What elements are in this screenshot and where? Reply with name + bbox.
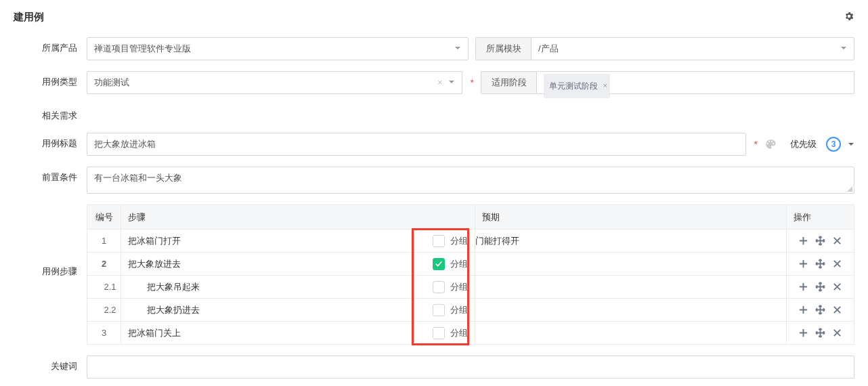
group-checkbox[interactable] (433, 235, 445, 247)
step-desc-cell[interactable]: 把冰箱门打开 分组 (121, 230, 475, 253)
module-select[interactable]: /产品 (531, 37, 854, 60)
label-steps: 用例步骤 (14, 205, 87, 278)
clear-icon[interactable]: × (437, 72, 443, 93)
col-num: 编号 (87, 205, 121, 230)
move-step-icon[interactable] (815, 328, 825, 338)
steps-table: 编号 步骤 预期 操作 1 把冰箱门打开 分组 门能打得开 2 把大象放进去 (87, 205, 854, 345)
move-step-icon[interactable] (815, 282, 825, 292)
group-label: 分组 (450, 235, 468, 247)
step-expected[interactable] (475, 276, 787, 299)
gear-icon[interactable] (844, 11, 854, 24)
label-case-type: 用例类型 (14, 71, 87, 88)
priority-badge[interactable]: 3 (826, 137, 841, 152)
label-stage: 适用阶段 (481, 71, 536, 94)
step-num: 2 (87, 253, 121, 276)
keywords-input[interactable] (87, 356, 854, 379)
group-checkbox[interactable] (433, 281, 445, 293)
product-select[interactable]: 禅道项目管理软件专业版 (87, 37, 469, 60)
table-row: 2 把大象放进去 分组 (87, 253, 854, 276)
label-case-title: 用例标题 (14, 133, 87, 150)
delete-step-icon[interactable] (832, 328, 842, 338)
delete-step-icon[interactable] (832, 236, 842, 246)
step-num: 2.2 (87, 299, 121, 322)
palette-icon[interactable] (764, 138, 777, 150)
step-desc-cell[interactable]: 把大象放进去 分组 (121, 253, 475, 276)
move-step-icon[interactable] (815, 236, 825, 246)
table-row: 2.2 把大象扔进去 分组 (87, 299, 854, 322)
stage-tag[interactable]: 单元测试阶段 × (544, 74, 610, 98)
step-expected[interactable] (475, 299, 787, 322)
label-keywords: 关键词 (14, 356, 87, 372)
case-type-select[interactable]: 功能测试 × (87, 71, 462, 94)
add-step-icon[interactable] (798, 259, 808, 269)
precondition-value: 有一台冰箱和一头大象 (94, 173, 182, 183)
delete-step-icon[interactable] (832, 305, 842, 315)
required-star: * (754, 139, 758, 150)
table-row: 1 把冰箱门打开 分组 门能打得开 (87, 230, 854, 253)
product-value: 禅道项目管理软件专业版 (94, 43, 191, 53)
table-row: 3 把冰箱门关上 分组 (87, 322, 854, 345)
module-value: /产品 (538, 43, 559, 53)
step-desc: 把冰箱门关上 (128, 327, 181, 339)
stage-tag-text: 单元测试阶段 (549, 81, 598, 91)
title-input[interactable]: 把大象放进冰箱 (87, 133, 746, 156)
move-step-icon[interactable] (815, 305, 825, 315)
col-step: 步骤 (121, 205, 475, 230)
step-expected[interactable] (475, 322, 787, 345)
group-label: 分组 (450, 258, 468, 270)
case-type-value: 功能测试 (94, 77, 129, 87)
group-checkbox[interactable] (433, 258, 445, 270)
page-title: 建用例 (14, 11, 44, 24)
add-step-icon[interactable] (798, 282, 808, 292)
step-num: 3 (87, 322, 121, 345)
caret-down-icon (448, 72, 455, 93)
delete-step-icon[interactable] (832, 259, 842, 269)
step-expected[interactable] (475, 253, 787, 276)
col-expected: 预期 (475, 205, 787, 230)
stage-select[interactable]: 单元测试阶段 × (536, 71, 854, 94)
label-precondition: 前置条件 (14, 167, 87, 184)
caret-down-icon[interactable] (848, 140, 854, 150)
required-star: * (471, 77, 474, 88)
step-actions (787, 299, 854, 322)
step-num: 1 (87, 230, 121, 253)
close-icon[interactable]: × (603, 74, 607, 96)
label-priority: 优先级 (790, 138, 817, 150)
add-step-icon[interactable] (798, 236, 808, 246)
group-label: 分组 (450, 327, 468, 339)
delete-step-icon[interactable] (832, 282, 842, 292)
add-step-icon[interactable] (798, 328, 808, 338)
step-desc: 把大象吊起来 (128, 281, 200, 293)
step-desc-cell[interactable]: 把大象扔进去 分组 (121, 299, 475, 322)
label-product: 所属产品 (14, 37, 87, 54)
title-value: 把大象放进冰箱 (94, 139, 156, 149)
resize-grip-icon[interactable] (846, 185, 852, 192)
step-expected[interactable]: 门能打得开 (475, 230, 787, 253)
col-action: 操作 (787, 205, 854, 230)
step-desc-cell[interactable]: 把冰箱门关上 分组 (121, 322, 475, 345)
group-checkbox[interactable] (433, 304, 445, 316)
precondition-textarea[interactable]: 有一台冰箱和一头大象 (87, 167, 854, 194)
step-actions (787, 230, 854, 253)
step-desc: 把大象放进去 (128, 258, 181, 270)
group-label: 分组 (450, 304, 468, 316)
add-step-icon[interactable] (798, 305, 808, 315)
step-actions (787, 322, 854, 345)
table-row: 2.1 把大象吊起来 分组 (87, 276, 854, 299)
step-actions (787, 276, 854, 299)
move-step-icon[interactable] (815, 259, 825, 269)
step-desc: 把大象扔进去 (128, 304, 200, 316)
step-num: 2.1 (87, 276, 121, 299)
label-related-req: 相关需求 (14, 105, 87, 122)
step-desc: 把冰箱门打开 (128, 235, 181, 247)
caret-down-icon (840, 38, 847, 60)
label-module: 所属模块 (475, 37, 531, 60)
step-actions (787, 253, 854, 276)
group-label: 分组 (450, 281, 468, 293)
caret-down-icon (454, 38, 461, 60)
step-desc-cell[interactable]: 把大象吊起来 分组 (121, 276, 475, 299)
group-checkbox[interactable] (433, 327, 445, 339)
